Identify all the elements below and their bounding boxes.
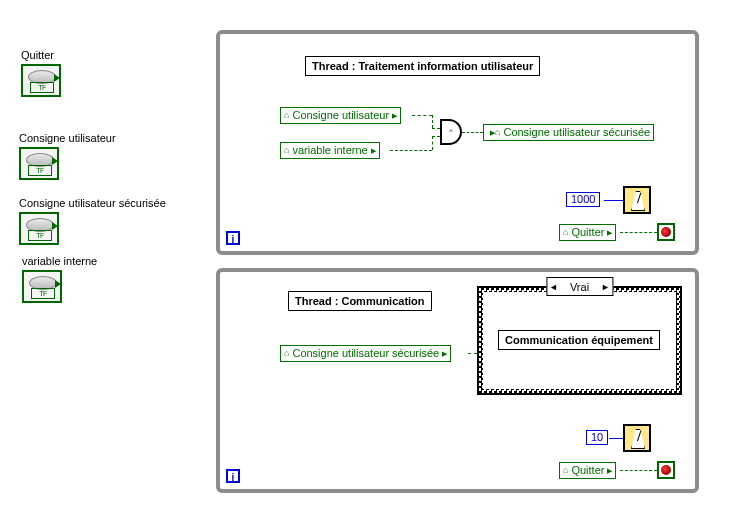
consigne-sec-label: Consigne utilisateur sécurisée: [19, 197, 166, 209]
read-arrow-icon: ▶: [392, 108, 397, 123]
case-value: Vrai: [560, 281, 599, 293]
consigne-control[interactable]: TF: [19, 147, 59, 180]
localvar-quitter-read-2: ⌂ Quitter ▶: [559, 462, 616, 479]
localvar-consigne-sec-write: ▶ ⌂ Consigne utilisateur sécurisée: [483, 124, 654, 141]
while-loop-comm: Thread : Communication ⌂ Consigne utilis…: [216, 268, 699, 493]
house-icon: ⌂: [284, 346, 289, 361]
read-arrow-icon: ▶: [371, 143, 376, 158]
case-prev-icon[interactable]: ◄: [547, 282, 560, 292]
loop-stop-terminal-2: [657, 461, 675, 479]
localvar-quitter-read-1: ⌂ Quitter ▶: [559, 224, 616, 241]
read-arrow-icon: ▶: [607, 225, 612, 240]
iteration-terminal-2: i: [226, 469, 240, 483]
quitter-label: Quitter: [21, 49, 54, 61]
case-structure: Communication équipement ◄ Vrai ►: [477, 286, 682, 395]
delay-10: 10: [586, 430, 608, 445]
loop-stop-terminal-1: [657, 223, 675, 241]
thread2-title: Thread : Communication: [288, 291, 432, 311]
var-interne-label: variable interne: [22, 255, 97, 267]
wait-ms-icon: [623, 186, 651, 214]
localvar-consigne-sec-read: ⌂ Consigne utilisateur sécurisée ▶: [280, 345, 451, 362]
while-loop-traitement: Thread : Traitement information utilisat…: [216, 30, 699, 255]
case-next-icon[interactable]: ►: [599, 282, 612, 292]
consigne-sec-control[interactable]: TF: [19, 212, 59, 245]
thread1-title: Thread : Traitement information utilisat…: [305, 56, 540, 76]
and-gate: ^: [440, 119, 462, 145]
house-icon: ⌂: [284, 108, 289, 123]
wait-ms-icon-2: [623, 424, 651, 452]
var-interne-control[interactable]: TF: [22, 270, 62, 303]
localvar-varinterne-read: ⌂ variable interne ▶: [280, 142, 380, 159]
read-arrow-icon: ▶: [607, 463, 612, 478]
iteration-terminal-1: i: [226, 231, 240, 245]
quitter-control[interactable]: TF: [21, 64, 61, 97]
case-selector[interactable]: ◄ Vrai ►: [546, 277, 613, 296]
house-icon: ⌂: [563, 225, 568, 240]
house-icon: ⌂: [284, 143, 289, 158]
read-arrow-icon: ▶: [442, 346, 447, 361]
delay-1000: 1000: [566, 192, 600, 207]
consigne-label: Consigne utilisateur: [19, 132, 116, 144]
case-label-comm-equip: Communication équipement: [498, 330, 660, 350]
localvar-consigne-read: ⌂ Consigne utilisateur ▶: [280, 107, 401, 124]
house-icon: ⌂: [495, 125, 500, 140]
house-icon: ⌂: [563, 463, 568, 478]
